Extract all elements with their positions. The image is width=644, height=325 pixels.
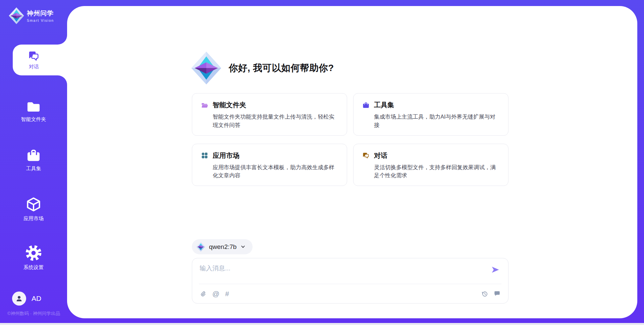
page-bottom-strip [0,323,644,325]
person-icon [15,295,23,303]
card-chat[interactable]: 对话 灵活切换多模型文件，支持多样回复效果调试，满足个性化需求 [353,144,508,186]
greeting: 你好, 我可以如何帮助你? [191,52,334,84]
model-name: qwen2:7b [209,243,236,251]
paperclip-icon [200,290,207,298]
tab-curve-bottom [58,75,67,85]
card-description: 应用市场提供丰富长文本模板，助力高效生成多样化文章内容 [213,163,338,180]
copyright-text: ©神州数码 · 神州问学出品 [7,311,60,317]
brand-name: 神州问学 [27,9,54,18]
sidebar-item-smart-folder[interactable]: 智能文件夹 [0,100,67,123]
card-title: 工具集 [374,101,394,110]
tab-curve-top [58,35,67,45]
chat-icon [362,152,370,159]
cube-icon [25,196,42,212]
user-profile[interactable]: AD [12,291,41,306]
card-toolbox[interactable]: 工具集 集成市场上主流工具，助力AI与外界无缝扩展与对接 [353,93,508,136]
composer-tools-left: @ # [200,290,229,298]
brand-logo: 神州问学 Smart Vision [9,7,54,24]
chevron-down-icon [240,244,246,250]
card-title: 智能文件夹 [213,101,246,110]
chat-bubble-icon [493,290,501,298]
feature-cards: 智能文件夹 智能文件夹功能支持批量文件上传与清洗，轻松实现文件问答 工具集 集成… [192,93,508,186]
sidebar-item-settings[interactable]: 系统设置 [0,245,67,271]
attachment-button[interactable] [200,290,207,298]
avatar [12,291,26,306]
folder-icon [26,100,41,113]
mention-button[interactable]: @ [212,290,219,298]
model-selector[interactable]: qwen2:7b [192,239,253,254]
card-description: 灵活切换多模型文件，支持多样回复效果调试，满足个性化需求 [374,163,499,180]
sidebar-item-label: 智能文件夹 [0,116,67,123]
greeting-text: 你好, 我可以如何帮助你? [229,62,334,74]
sidebar-item-app-market[interactable]: 应用市场 [0,196,67,222]
card-smart-folder[interactable]: 智能文件夹 智能文件夹功能支持批量文件上传与清洗，轻松实现文件问答 [192,93,347,136]
history-button[interactable] [481,290,488,298]
conversation-button[interactable] [493,290,501,298]
sidebar-item-chat[interactable]: 对话 [13,45,67,75]
briefcase-icon [362,102,370,109]
message-composer: @ # [192,258,508,304]
sidebar-item-toolbox[interactable]: 工具集 [0,148,67,172]
sidebar-item-label: 系统设置 [0,264,67,271]
composer-divider [199,284,501,284]
card-description: 集成市场上主流工具，助力AI与外界无缝扩展与对接 [374,113,499,129]
model-gem-icon [196,242,205,252]
greeting-gem-icon [191,52,221,84]
toolbox-icon [26,148,41,162]
composer-tools-right [481,290,501,298]
gear-icon [25,245,42,261]
send-icon[interactable] [491,265,500,274]
brand-tagline: Smart Vision [27,18,54,22]
hashtag-button[interactable]: # [225,290,229,298]
sidebar-item-label: 应用市场 [0,215,67,222]
sidebar-item-label: 对话 [29,64,39,70]
history-clock-icon [481,290,488,298]
message-input[interactable] [200,264,475,281]
card-app-market[interactable]: 应用市场 应用市场提供丰富长文本模板，助力高效生成多样化文章内容 [192,144,347,186]
card-title: 应用市场 [213,151,239,160]
folder-open-icon [201,102,208,109]
sidebar: 神州问学 Smart Vision 对话 智能文件夹 工具集 应用市场 [0,0,67,325]
brand-gem-icon [9,7,24,24]
user-initials: AD [32,295,41,303]
card-title: 对话 [374,151,387,160]
card-description: 智能文件夹功能支持批量文件上传与清洗，轻松实现文件问答 [213,113,338,129]
grid-icon [201,152,208,159]
sidebar-item-label: 工具集 [0,166,67,172]
chat-icon [28,50,40,62]
